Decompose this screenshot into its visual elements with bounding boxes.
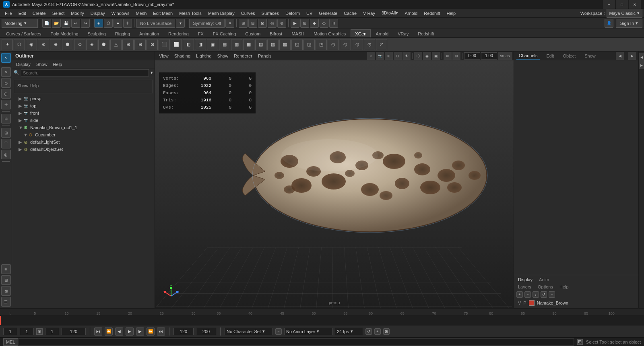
range-end-input[interactable] xyxy=(62,328,86,335)
rp-collapse-btn[interactable]: ◀ xyxy=(616,52,624,60)
shelf-icon-17[interactable]: ◨ xyxy=(195,39,206,50)
shelf-tab-sculpting[interactable]: Sculpting xyxy=(83,29,110,37)
tree-item-top[interactable]: ▶ 📷 top xyxy=(12,102,155,109)
shelf-tab-arnold[interactable]: Arnold xyxy=(371,29,393,37)
vp-menu-lighting[interactable]: Lighting xyxy=(194,53,214,59)
list-btn[interactable]: ☰ xyxy=(1,297,11,307)
shelf-icon-13[interactable]: ⊠ xyxy=(147,39,158,50)
vp-val2-input[interactable] xyxy=(481,52,497,60)
layer-btn[interactable]: ≡ xyxy=(1,264,11,274)
tree-item-persp[interactable]: ▶ 📷 persp xyxy=(12,95,155,102)
undo-btn[interactable]: ↩ xyxy=(71,19,80,28)
vp-home-btn[interactable]: ⌂ xyxy=(367,52,375,60)
timeline-ruler[interactable]: 1 5 10 15 20 25 30 35 40 45 50 55 60 65 … xyxy=(0,309,644,316)
play-btn[interactable]: ▶ xyxy=(126,327,134,336)
layer-sort-btn[interactable]: ↕ xyxy=(533,291,539,298)
timeline-scrubber[interactable] xyxy=(0,316,644,325)
render4-btn[interactable]: ◇ xyxy=(320,19,328,28)
menu-3dtoall[interactable]: 3DtoAll▾ xyxy=(378,10,401,16)
pause-btn[interactable]: ⏸ xyxy=(329,19,338,28)
paint-tool-btn[interactable]: ✎ xyxy=(1,67,11,77)
shelf-icon-9[interactable]: ⬟ xyxy=(98,39,109,50)
shelf-icon-32[interactable]: ◸ xyxy=(376,39,387,50)
shelf-icon-12[interactable]: ⊟ xyxy=(134,39,146,50)
shelf-icon-18[interactable]: ▣ xyxy=(207,39,218,50)
go-start-btn[interactable]: ⏮ xyxy=(94,327,102,336)
go-end-btn[interactable]: ⏭ xyxy=(157,327,165,336)
shelf-icon-8[interactable]: ◈ xyxy=(86,39,97,50)
shelf-tab-curves-surfaces[interactable]: Curves / Surfaces xyxy=(2,29,45,37)
menu-curves[interactable]: Curves xyxy=(238,10,258,16)
snap-point-btn[interactable]: ◎ xyxy=(1,150,11,159)
symmetry-btn[interactable]: Symmetry: Off xyxy=(189,19,225,28)
layer-add-btn[interactable]: + xyxy=(516,291,523,298)
shelf-icon-30[interactable]: ◶ xyxy=(352,39,363,50)
snap5-btn[interactable]: ⊕ xyxy=(277,19,286,28)
current-frame-input[interactable] xyxy=(3,328,17,335)
shelf-icon-16[interactable]: ◧ xyxy=(183,39,194,50)
grid-btn[interactable]: ⊟ xyxy=(1,275,11,285)
shelf-icon-27[interactable]: ◳ xyxy=(316,39,327,50)
anim-tab[interactable]: Anim xyxy=(537,277,551,282)
shelf-icon-10[interactable]: ◬ xyxy=(110,39,122,50)
outliner-help-menu[interactable]: Help xyxy=(51,62,65,67)
vp-menu-shading[interactable]: Shading xyxy=(172,53,193,59)
layer-refresh-btn[interactable]: ↺ xyxy=(541,291,547,298)
menu-arnold[interactable]: Arnold xyxy=(401,10,421,16)
pivot-btn[interactable]: ⊕ xyxy=(1,114,11,124)
menu-display[interactable]: Display xyxy=(87,10,108,16)
shelf-tab-poly-modeling[interactable]: Poly Modeling xyxy=(46,29,83,37)
shelf-icon-28[interactable]: ◴ xyxy=(328,39,339,50)
vp-frame-btn[interactable]: ⊞ xyxy=(385,52,393,60)
menu-edit-mesh[interactable]: Edit Mesh xyxy=(150,10,176,16)
vp-smooth-btn[interactable]: ◉ xyxy=(423,52,431,60)
no-character-dropdown[interactable]: No Character Set ▾ xyxy=(225,328,273,335)
new-scene-btn[interactable]: 📄 xyxy=(42,19,51,28)
shelf-tab-rendering[interactable]: Rendering xyxy=(164,29,193,37)
shelf-tab-fx[interactable]: FX xyxy=(194,29,208,37)
tree-item-default-object[interactable]: ▶ ◎ defaultObjectSet xyxy=(12,146,155,153)
menu-deform[interactable]: Deform xyxy=(282,10,303,16)
menu-select[interactable]: Select xyxy=(49,10,68,16)
shelf-icon-11[interactable]: ⊞ xyxy=(122,39,134,50)
brush-tool-btn[interactable]: ⊙ xyxy=(1,78,11,88)
open-btn[interactable]: 📂 xyxy=(52,19,61,28)
select-btn[interactable]: ◈ xyxy=(94,19,103,28)
snap-menu-btn[interactable]: ▾ xyxy=(176,19,185,28)
layer-color-swatch[interactable] xyxy=(529,300,535,306)
menu-mesh[interactable]: Mesh xyxy=(132,10,150,16)
close-button[interactable]: ✕ xyxy=(629,0,641,9)
shelf-tab-bifrost[interactable]: Bifrost xyxy=(265,29,287,37)
snap3-btn[interactable]: ⊠ xyxy=(258,19,267,28)
shelf-tab-xgen[interactable]: XGen xyxy=(351,29,371,37)
shelf-icon-7[interactable]: ⊙ xyxy=(74,39,85,50)
shelf-icon-20[interactable]: ▥ xyxy=(231,39,242,50)
menu-create[interactable]: Create xyxy=(29,10,49,16)
tab-edit[interactable]: Edit xyxy=(544,53,556,59)
shelf-icon-6[interactable]: ⬢ xyxy=(62,39,73,50)
anim-layer-add-btn[interactable]: + xyxy=(374,328,381,335)
viewport-canvas[interactable]: Verts: 960 0 0 Edges: 1922 0 0 Faces xyxy=(155,60,514,308)
options-btn[interactable]: ⊠ xyxy=(1,286,11,296)
menu-modify[interactable]: Modify xyxy=(68,10,87,16)
shelf-tab-custom[interactable]: Custom xyxy=(241,29,265,37)
shelf-icon-26[interactable]: ◲ xyxy=(303,39,315,50)
shelf-icon-25[interactable]: ◱ xyxy=(291,39,303,50)
shelf-icon-3[interactable]: ◉ xyxy=(26,39,37,50)
lasso-tool-btn[interactable]: ⬡ xyxy=(1,89,11,99)
options-end-btn[interactable]: ⊠ xyxy=(383,328,390,335)
menu-generate[interactable]: Generate xyxy=(316,10,341,16)
status-settings-btn[interactable]: ⊞ xyxy=(577,339,583,345)
menu-vray[interactable]: V-Ray xyxy=(360,10,378,16)
rp-expand-btn[interactable]: ▶ xyxy=(628,52,636,60)
max-frame-input[interactable] xyxy=(173,328,194,335)
sign-in-btn[interactable]: Sign In ▾ xyxy=(616,19,642,28)
tree-item-default-light[interactable]: ▶ ◎ defaultLightSet xyxy=(12,138,155,146)
shelf-tab-animation[interactable]: Animation xyxy=(135,29,163,37)
tab-channels[interactable]: Channels xyxy=(516,52,540,60)
move-btn[interactable]: ✛ xyxy=(123,19,132,28)
menu-cache[interactable]: Cache xyxy=(341,10,360,16)
show-help-label[interactable]: Show Help xyxy=(17,83,149,88)
vp-menu-renderer[interactable]: Renderer xyxy=(231,53,255,59)
tab-show[interactable]: Show xyxy=(582,53,598,59)
